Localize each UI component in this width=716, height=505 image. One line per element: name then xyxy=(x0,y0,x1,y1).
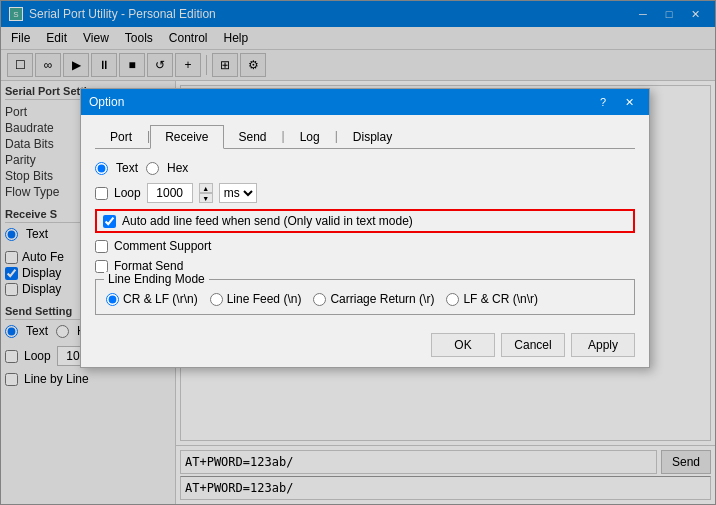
line-ending-options: CR & LF (\r\n) Line Feed (\n) Carriage R… xyxy=(106,292,624,306)
comment-support-checkbox[interactable] xyxy=(95,240,108,253)
auto-add-line-feed-row: Auto add line feed when send (Only valid… xyxy=(95,209,635,233)
tab-port[interactable]: Port xyxy=(95,125,147,149)
option-dialog: Option ? ✕ Port | Receive Send | Log | D… xyxy=(80,88,650,368)
dialog-hex-label: Hex xyxy=(167,161,188,175)
loop-spin-up[interactable]: ▲ xyxy=(199,183,213,193)
line-ending-title: Line Ending Mode xyxy=(104,272,209,286)
cancel-button[interactable]: Cancel xyxy=(501,333,565,357)
le-label-lfcr: LF & CR (\n\r) xyxy=(463,292,538,306)
dialog-controls: ? ✕ xyxy=(591,93,641,111)
dialog-body: Port | Receive Send | Log | Display Text… xyxy=(81,115,649,367)
tab-log[interactable]: Log xyxy=(285,125,335,149)
le-radio-lfcr[interactable] xyxy=(446,293,459,306)
dialog-loop-label: Loop xyxy=(114,186,141,200)
apply-button[interactable]: Apply xyxy=(571,333,635,357)
le-label-crlf: CR & LF (\r\n) xyxy=(123,292,198,306)
le-radio-crlf[interactable] xyxy=(106,293,119,306)
le-radio-lf[interactable] xyxy=(210,293,223,306)
line-ending-section: Line Ending Mode CR & LF (\r\n) Line Fee… xyxy=(95,279,635,315)
dialog-title: Option xyxy=(89,95,124,109)
format-send-row: Format Send xyxy=(95,259,635,273)
le-option-lfcr: LF & CR (\n\r) xyxy=(446,292,538,306)
le-option-cr: Carriage Return (\r) xyxy=(313,292,434,306)
tab-send[interactable]: Send xyxy=(224,125,282,149)
text-hex-row: Text Hex xyxy=(95,161,635,175)
dialog-text-label: Text xyxy=(116,161,138,175)
dialog-loop-row: Loop ▲ ▼ ms s xyxy=(95,183,635,203)
loop-spin-down[interactable]: ▼ xyxy=(199,193,213,203)
le-option-lf: Line Feed (\n) xyxy=(210,292,302,306)
le-radio-cr[interactable] xyxy=(313,293,326,306)
tab-receive[interactable]: Receive xyxy=(150,125,223,149)
loop-spin-buttons: ▲ ▼ xyxy=(199,183,213,203)
comment-support-label: Comment Support xyxy=(114,239,211,253)
dialog-text-radio[interactable] xyxy=(95,162,108,175)
dialog-help-button[interactable]: ? xyxy=(591,93,615,111)
le-label-lf: Line Feed (\n) xyxy=(227,292,302,306)
tab-bar: Port | Receive Send | Log | Display xyxy=(95,125,635,149)
dialog-loop-checkbox[interactable] xyxy=(95,187,108,200)
le-option-crlf: CR & LF (\r\n) xyxy=(106,292,198,306)
format-send-label: Format Send xyxy=(114,259,183,273)
auto-add-line-feed-checkbox[interactable] xyxy=(103,215,116,228)
dialog-hex-radio[interactable] xyxy=(146,162,159,175)
format-send-checkbox[interactable] xyxy=(95,260,108,273)
modal-overlay: Option ? ✕ Port | Receive Send | Log | D… xyxy=(0,0,716,505)
dialog-close-button[interactable]: ✕ xyxy=(617,93,641,111)
auto-add-line-feed-label: Auto add line feed when send (Only valid… xyxy=(122,214,413,228)
dialog-loop-input[interactable] xyxy=(147,183,193,203)
dialog-button-row: OK Cancel Apply xyxy=(95,325,635,357)
dialog-title-bar: Option ? ✕ xyxy=(81,89,649,115)
loop-unit-select[interactable]: ms s xyxy=(219,183,257,203)
tab-display[interactable]: Display xyxy=(338,125,407,149)
comment-support-row: Comment Support xyxy=(95,239,635,253)
le-label-cr: Carriage Return (\r) xyxy=(330,292,434,306)
ok-button[interactable]: OK xyxy=(431,333,495,357)
